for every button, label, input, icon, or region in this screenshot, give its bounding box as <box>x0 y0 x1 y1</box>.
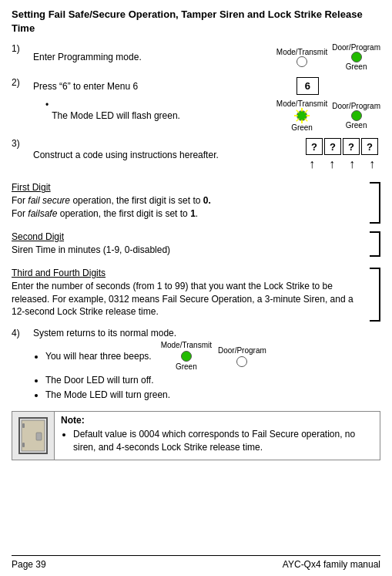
step-1-num: 1) <box>12 43 33 54</box>
mode-led-flash <box>294 108 310 123</box>
first-digit-label: First Digit <box>12 182 367 193</box>
svg-rect-12 <box>22 423 25 428</box>
svg-line-7 <box>305 110 308 113</box>
svg-line-5 <box>297 110 300 113</box>
third-digit-content: Third and Fourth Digits Enter the number… <box>12 263 367 322</box>
step-2: 2) Press “6” to enter Menu 6 6 • The Mod… <box>12 77 380 132</box>
note-icon <box>12 412 55 460</box>
note-title: Note: <box>61 415 374 426</box>
beeps-text: You will hear three beeps. <box>45 350 152 363</box>
step-4-content: System returns to its normal mode. You w… <box>33 328 380 403</box>
step-2-led-left-sublabel: Green <box>291 123 313 132</box>
step-4-led-left-label: Mode/Transmit <box>161 340 212 351</box>
step-2-content: Press “6” to enter Menu 6 6 • The Mode L… <box>33 77 380 132</box>
svg-rect-13 <box>22 443 25 447</box>
door-svg-icon <box>18 416 49 455</box>
digit-sections: First Digit For fail secure operation, t… <box>12 177 380 325</box>
step-2-bullet-text: The Mode LED will flash green. <box>52 110 180 121</box>
first-digit-bracket <box>370 182 380 224</box>
second-digit-label: Second Digit <box>12 231 367 242</box>
one-bold: 1 <box>190 208 196 219</box>
fail-secure-italic: fail secure <box>28 195 70 206</box>
arrows: ↑ ↑ ↑ ↑ <box>303 157 380 171</box>
step-2-bullet-content: The Mode LED will flash green. Mode/Tran… <box>52 99 380 132</box>
bullet-beeps: You will hear three beeps. Mode/Transmit… <box>45 340 380 372</box>
code-box-1: ? <box>306 138 323 155</box>
step-4-led-right: Door/Program <box>218 345 266 367</box>
step-2-text: Press “6” to enter Menu 6 <box>33 81 138 92</box>
step-1-led-right-sublabel: Green <box>346 62 367 71</box>
note-list: Default value is 0004 which corresponds … <box>61 428 374 454</box>
bullet-beeps-row: You will hear three beeps. Mode/Transmit… <box>45 340 380 372</box>
step-3-code-area: ? ? ? ? ↑ ↑ ↑ ↑ <box>303 138 380 171</box>
mode-led-off <box>297 56 307 67</box>
step-1-led-right-label: Door/Program <box>332 43 380 52</box>
step-2-num: 2) <box>12 77 33 88</box>
step-2-leds: Mode/Transmit <box>276 99 380 132</box>
page-title: Setting Fail Safe/Secure Operation, Tamp… <box>12 8 380 35</box>
step-4-num: 4) <box>12 328 33 339</box>
step-3-num: 3) <box>12 138 33 149</box>
arrow-1: ↑ <box>303 157 320 171</box>
step-2-led-right-label: Door/Program <box>332 102 380 110</box>
footer-left: Page 39 <box>12 559 46 570</box>
step-4-led-left-sublabel: Green <box>176 362 197 372</box>
step-4-bullet-list: You will hear three beeps. Mode/Transmit… <box>33 340 380 403</box>
second-digit-bracket <box>370 231 380 257</box>
third-digit-bracket <box>370 268 380 322</box>
bullet-door-led: The Door LED will turn off. <box>45 374 380 387</box>
first-digit-content: First Digit For fail secure operation, t… <box>12 177 367 224</box>
third-digit-body: Enter the number of seconds (from 1 to 9… <box>12 280 367 318</box>
arrow-3: ↑ <box>343 157 360 171</box>
first-digit-section: First Digit For fail secure operation, t… <box>12 177 380 224</box>
code-boxes: ? ? ? ? <box>306 138 378 155</box>
step-2-led-right: Door/Program Green <box>332 102 380 130</box>
second-digit-body: Siren Time in minutes (1-9, 0-disabled) <box>12 244 367 257</box>
svg-line-6 <box>305 119 308 122</box>
third-digit-section: Third and Fourth Digits Enter the number… <box>12 263 380 322</box>
svg-rect-14 <box>36 433 42 440</box>
step-1-led-left: Mode/Transmit <box>276 48 327 67</box>
page-footer: Page 39 AYC-Qx4 family manual <box>12 555 380 570</box>
step-4-details: You will hear three beeps. Mode/Transmit… <box>33 340 380 403</box>
step-1: 1) Enter Programming mode. Mode/Transmit… <box>12 43 380 71</box>
first-digit-body: For fail secure operation, the first dig… <box>12 194 367 221</box>
note-body: Default value is 0004 which corresponds … <box>73 428 374 454</box>
door-led-green <box>351 52 362 62</box>
flash-star-icon <box>294 107 310 124</box>
step-3-text: Construct a code using instructions here… <box>33 150 219 160</box>
note-content: Note: Default value is 0004 which corres… <box>55 412 380 460</box>
step-3: 3) Construct a code using instructions h… <box>12 138 380 171</box>
arrow-4: ↑ <box>364 157 380 171</box>
step-1-led-left-label: Mode/Transmit <box>276 48 327 56</box>
failsafe-italic: failsafe <box>28 208 57 219</box>
step-1-led-right: Door/Program Green <box>332 43 380 71</box>
code-box-2: ? <box>324 138 341 155</box>
arrow-2: ↑ <box>323 157 340 171</box>
step-2-bullet: • The Mode LED will flash green. Mode/Tr… <box>45 99 380 132</box>
door-led-green-2 <box>351 110 362 121</box>
step-4-led-left: Mode/Transmit Green <box>161 340 212 372</box>
step-4-led-right-label: Door/Program <box>218 345 266 356</box>
step-3-content: Construct a code using instructions here… <box>33 138 380 171</box>
key-6: 6 <box>297 77 319 95</box>
step-1-leds: Mode/Transmit Door/Program Green <box>276 43 380 71</box>
step-1-content: Enter Programming mode. Mode/Transmit Do… <box>33 43 380 71</box>
step-2-led-right-sublabel: Green <box>346 121 367 130</box>
digit-details: First Digit For fail secure operation, t… <box>12 177 380 325</box>
step-4-leds: Mode/Transmit Green Door/Program <box>161 340 266 372</box>
code-box-4: ? <box>361 138 378 155</box>
door-led-off <box>236 356 247 367</box>
step-2-led-left: Mode/Transmit <box>276 99 327 132</box>
step-1-text: Enter Programming mode. <box>33 52 142 62</box>
step-4-text: System returns to its normal mode. <box>33 328 176 339</box>
bullet-mode-led: The Mode LED will turn green. <box>45 389 380 402</box>
step-2-key-area: 6 <box>297 77 319 95</box>
footer-right: AYC-Qx4 family manual <box>283 559 380 570</box>
code-box-3: ? <box>343 138 360 155</box>
step-4: 4) System returns to its normal mode. Yo… <box>12 328 380 403</box>
note-box: Note: Default value is 0004 which corres… <box>12 411 380 461</box>
second-digit-section: Second Digit Siren Time in minutes (1-9,… <box>12 227 380 260</box>
svg-line-8 <box>297 119 300 122</box>
second-digit-content: Second Digit Siren Time in minutes (1-9,… <box>12 227 367 260</box>
